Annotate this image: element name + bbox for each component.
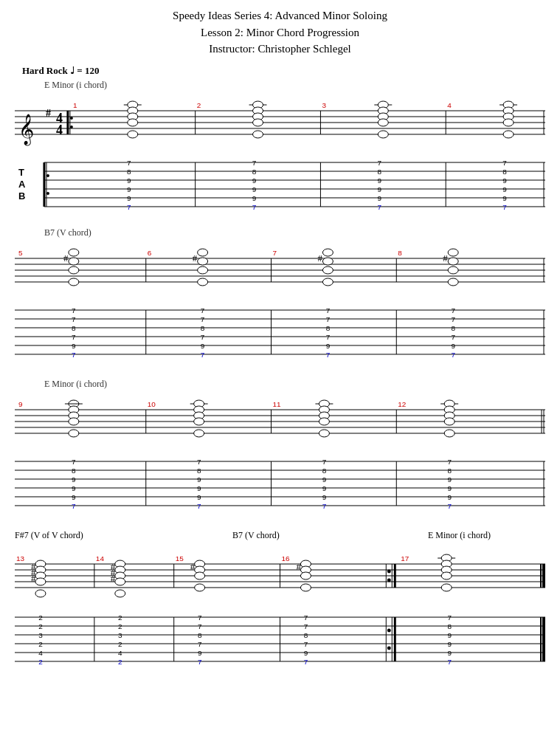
chord-label-em-2: E Minor (i chord): [428, 530, 491, 541]
svg-text:2: 2: [38, 622, 43, 630]
svg-text:8: 8: [201, 324, 205, 332]
svg-text:7: 7: [326, 332, 331, 340]
svg-text:2: 2: [38, 613, 43, 622]
svg-text:9: 9: [378, 193, 382, 202]
svg-point-222: [115, 589, 125, 596]
tab-m1-s2: 8: [127, 168, 131, 176]
svg-text:9: 9: [72, 475, 76, 484]
svg-point-228: [195, 572, 205, 579]
svg-text:7: 7: [322, 501, 327, 509]
staff-row-2: 5 # 6 # 7 # 8 #: [15, 240, 545, 299]
svg-point-22: [378, 119, 388, 126]
svg-text:3: 3: [118, 631, 122, 639]
svg-text:8: 8: [378, 168, 382, 176]
tab-row-1: T A B 7 8 9 9 9 7 7 8 9 9 9 7: [15, 151, 545, 214]
svg-text:15: 15: [176, 554, 184, 562]
svg-point-211: [35, 577, 46, 585]
svg-text:2: 2: [118, 639, 122, 647]
svg-text:11: 11: [273, 400, 282, 408]
svg-point-239: [387, 578, 391, 582]
svg-point-8: [70, 125, 73, 128]
svg-text:8: 8: [198, 631, 202, 639]
svg-text:9: 9: [197, 492, 201, 500]
svg-text:8: 8: [252, 168, 257, 176]
svg-text:7: 7: [326, 306, 331, 314]
svg-text:7: 7: [198, 613, 202, 622]
svg-text:7: 7: [304, 639, 308, 647]
svg-text:7: 7: [451, 350, 455, 358]
svg-text:16: 16: [281, 554, 290, 562]
svg-text:9: 9: [326, 341, 331, 349]
treble-clef: 𝄞: [18, 113, 34, 145]
svg-text:8: 8: [197, 467, 201, 475]
tab-svg-4: 2 2 3 2 4 2 2 2 3 2 4 2 7 7 8 7 9 7 7 7 …: [15, 606, 545, 680]
svg-point-16: [253, 130, 263, 137]
meas-6: 6: [148, 249, 152, 257]
svg-text:17: 17: [401, 554, 409, 562]
svg-text:7: 7: [72, 501, 76, 509]
svg-point-89: [448, 258, 458, 265]
svg-text:7: 7: [447, 613, 452, 622]
svg-point-73: [69, 278, 79, 285]
svg-text:7: 7: [378, 159, 382, 167]
note-m1-4: [128, 119, 138, 126]
svg-point-75: [198, 249, 208, 256]
svg-text:9: 9: [197, 484, 201, 492]
meas-1: 1: [73, 101, 77, 109]
staff-svg-3: 9 10 11 12: [15, 391, 545, 450]
svg-point-145: [194, 418, 204, 425]
svg-point-146: [194, 429, 204, 436]
svg-text:7: 7: [304, 622, 308, 630]
svg-text:14: 14: [96, 554, 105, 562]
svg-text:2: 2: [118, 622, 122, 630]
svg-text:4: 4: [118, 648, 122, 656]
svg-text:9: 9: [18, 400, 23, 408]
svg-point-69: [69, 249, 79, 256]
meas-5: 5: [18, 249, 23, 257]
svg-text:7: 7: [502, 159, 507, 167]
tab-row-2: 7 7 8 7 9 7 7 7 8 7 9 7 7 7 8 7 9 7 7 7 …: [15, 299, 545, 365]
tab-b: B: [18, 190, 25, 201]
tab-t: T: [18, 167, 24, 178]
svg-point-15: [253, 119, 263, 126]
svg-text:12: 12: [398, 400, 407, 408]
svg-point-79: [198, 278, 208, 285]
svg-text:9: 9: [447, 475, 452, 484]
svg-text:8: 8: [72, 467, 76, 475]
svg-point-81: [322, 249, 333, 256]
svg-text:7: 7: [72, 332, 76, 340]
svg-text:7: 7: [72, 458, 76, 466]
chord-label-1: E Minor (i chord): [15, 80, 545, 91]
key-sig: #: [46, 108, 51, 119]
chord-label-2: B7 (V chord): [15, 227, 545, 238]
svg-text:7: 7: [378, 202, 382, 210]
svg-text:9: 9: [72, 484, 76, 492]
header-line2: Lesson 2: Minor Chord Progression: [15, 24, 545, 41]
svg-text:9: 9: [502, 185, 507, 193]
svg-text:9: 9: [502, 193, 507, 202]
svg-point-238: [387, 569, 391, 573]
svg-point-23: [378, 130, 388, 137]
svg-point-154: [319, 429, 329, 436]
svg-text:7: 7: [198, 657, 202, 665]
svg-point-162: [444, 429, 454, 436]
svg-point-29: [503, 119, 514, 126]
svg-point-85: [322, 278, 333, 285]
svg-point-285: [387, 628, 391, 632]
svg-point-77: [198, 258, 208, 265]
svg-point-153: [319, 418, 329, 425]
svg-text:9: 9: [322, 475, 327, 484]
svg-text:7: 7: [72, 306, 76, 314]
svg-point-248: [441, 583, 452, 591]
svg-text:7: 7: [502, 202, 507, 210]
svg-text:7: 7: [252, 202, 257, 210]
svg-point-286: [387, 646, 391, 650]
svg-text:8: 8: [447, 622, 452, 630]
svg-text:#: #: [443, 252, 448, 264]
staff-svg-1: 𝄞 # 4 4 1: [15, 92, 545, 151]
chord-label-3: E Minor (i chord): [15, 379, 545, 390]
section-1: Hard Rock ♩ = 120 E Minor (i chord) 𝄞 # …: [15, 65, 545, 214]
svg-point-30: [503, 130, 514, 137]
svg-text:9: 9: [322, 492, 327, 500]
svg-point-212: [35, 589, 46, 596]
